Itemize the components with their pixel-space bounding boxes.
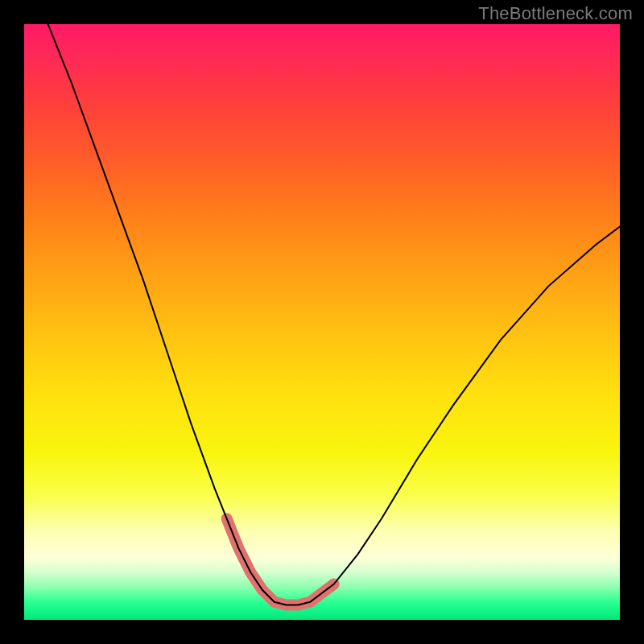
- bottleneck-curve: [48, 24, 620, 605]
- chart-frame: TheBottleneck.com: [0, 0, 644, 644]
- watermark-text: TheBottleneck.com: [478, 3, 633, 24]
- plot-area: [24, 24, 620, 620]
- plot-svg: [24, 24, 620, 620]
- optimal-range-highlight: [227, 518, 334, 605]
